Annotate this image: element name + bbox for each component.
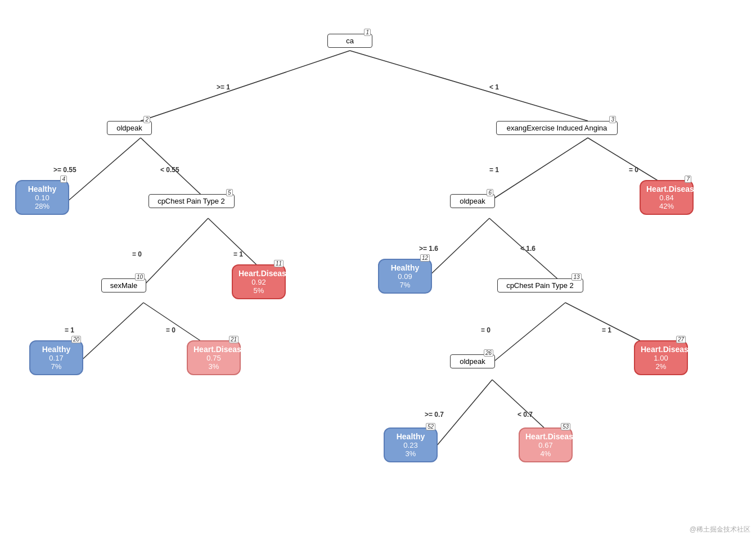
node-n53: 53Heart.Disease0.674% [519, 428, 573, 462]
node-n20: 20Healthy0.177% [29, 340, 83, 375]
svg-line-1 [350, 51, 588, 121]
edge-label: = 0 [166, 326, 176, 334]
edge-label: = 0 [629, 166, 638, 174]
edge-label: >= 1 [217, 83, 230, 91]
node-n7: 7Heart.Disease0.8442% [640, 180, 694, 215]
node-n5: 5cpChest Pain Type 2 [148, 194, 235, 208]
edge-label: = 1 [489, 166, 499, 174]
svg-line-10 [79, 303, 143, 363]
node-n10: 10sexMale [101, 278, 146, 292]
edge-label: < 1 [489, 83, 499, 91]
edge-label: >= 1.6 [419, 245, 438, 253]
edge-label: = 1 [602, 326, 611, 334]
edge-label: < 0.55 [160, 166, 179, 174]
node-n3: 3exangExercise Induced Angina [496, 121, 618, 135]
svg-line-2 [68, 138, 141, 201]
edge-label: = 0 [481, 326, 490, 334]
watermark: @稀土掘金技术社区 [690, 525, 750, 534]
node-root: 1ca [327, 34, 372, 48]
node-n13: 13cpChest Pain Type 2 [497, 278, 583, 292]
node-n12: 12Healthy0.097% [378, 259, 432, 294]
node-n21: 21Heart.Disease0.753% [187, 340, 241, 375]
svg-line-6 [143, 218, 208, 286]
edge-label: < 1.6 [520, 245, 536, 253]
edge-label: = 1 [65, 326, 74, 334]
node-n6: 6oldpeak [450, 194, 495, 208]
node-n4: 4Healthy0.1028% [15, 180, 69, 215]
svg-line-4 [489, 138, 588, 201]
node-n11: 11Heart.Disease0.925% [232, 264, 286, 299]
svg-line-12 [492, 303, 565, 363]
edge-label: < 0.7 [518, 411, 533, 418]
node-n26: 26oldpeak [450, 354, 495, 368]
edge-label: >= 0.7 [425, 411, 444, 418]
node-n27: 27Heart.Disease1.002% [634, 340, 688, 375]
edge-label: >= 0.55 [53, 166, 76, 174]
edge-label: = 1 [233, 250, 243, 258]
node-n52: 52Healthy0.233% [384, 428, 438, 462]
svg-line-0 [141, 51, 350, 121]
edge-label: = 0 [132, 250, 142, 258]
node-n2: 2oldpeak [107, 121, 152, 135]
